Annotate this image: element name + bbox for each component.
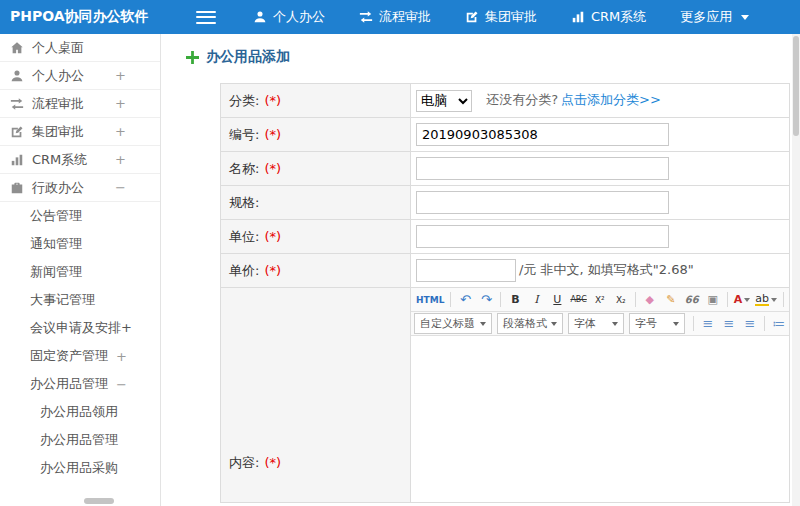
supplies-add-form: 分类:(*) 电脑 还没有分类?点击添加分类>> 编号:(*) 名称:(*) [220, 83, 790, 503]
add-category-link[interactable]: 点击添加分类>> [561, 92, 661, 107]
name-input[interactable] [416, 157, 669, 180]
sidebar-item-crm-system[interactable]: CRM系统 + [0, 146, 160, 174]
category-label: 分类: [229, 93, 259, 108]
font-size-dropdown[interactable]: 字号 [629, 313, 685, 334]
toolbar-separator [635, 292, 636, 307]
font-color-button[interactable]: A [732, 290, 753, 310]
ordered-list-button[interactable]: ≔ [769, 314, 789, 334]
blockquote-button[interactable]: 66 [682, 290, 702, 310]
align-center-button[interactable]: ≡ [719, 314, 739, 334]
price-input[interactable] [416, 259, 516, 282]
expand-icon[interactable]: + [115, 96, 126, 111]
redo-button[interactable]: ↷ [476, 290, 496, 310]
nav-label: 更多应用 [680, 8, 732, 26]
sidebar-item-group-approval[interactable]: 集团审批 + [0, 118, 160, 146]
caret-down-icon [744, 298, 750, 302]
collapse-icon[interactable]: − [116, 377, 127, 392]
bold-button[interactable]: B [505, 290, 525, 310]
price-value-cell: /元 非中文, 如填写格式"2.68" [411, 254, 790, 288]
heading-style-dropdown[interactable]: 自定义标题 [414, 313, 492, 334]
expand-icon[interactable]: + [115, 68, 126, 83]
number-input[interactable] [416, 123, 669, 146]
name-label: 名称: [229, 161, 259, 176]
editor-content-area[interactable] [411, 336, 789, 502]
toolbar-separator [693, 316, 694, 331]
sidebar-item-label: 流程审批 [32, 95, 84, 113]
page-title-text: 办公用品添加 [206, 48, 290, 66]
sidebar-item-announcement-mgmt[interactable]: 公告管理 [0, 202, 160, 230]
form-row-name: 名称:(*) [221, 152, 790, 186]
nav-more-apps[interactable]: 更多应用 [663, 0, 766, 34]
strikethrough-button[interactable]: ABC [568, 290, 588, 310]
spec-label-cell: 规格: [221, 186, 411, 220]
font-family-dropdown[interactable]: 字体 [568, 313, 624, 334]
office-icon [10, 181, 24, 195]
number-label-cell: 编号:(*) [221, 118, 411, 152]
sidebar-item-label: 集团审批 [32, 123, 84, 141]
html-source-button[interactable]: HTML [414, 290, 446, 310]
subscript-button[interactable]: X₂ [611, 290, 631, 310]
expand-icon[interactable]: + [115, 152, 126, 167]
insert-image-button[interactable]: ▣ [703, 290, 723, 310]
sidebar-item-office-supplies-mgmt[interactable]: 办公用品管理 − [0, 370, 160, 398]
content-label: 内容: [229, 455, 259, 470]
sidebar-item-supplies-management[interactable]: 办公用品管理 [0, 426, 160, 454]
collapse-icon[interactable]: − [115, 180, 126, 195]
form-row-spec: 规格: [221, 186, 790, 220]
sidebar-item-news-mgmt[interactable]: 新闻管理 [0, 258, 160, 286]
category-value-cell: 电脑 还没有分类?点击添加分类>> [411, 84, 790, 118]
italic-button[interactable]: I [526, 290, 546, 310]
sidebar-item-label: 大事记管理 [30, 291, 95, 309]
category-select[interactable]: 电脑 [416, 90, 472, 112]
sidebar-item-label: 行政办公 [32, 179, 84, 197]
ordered-list-icon: ≔ [773, 316, 786, 331]
sidebar-item-events-mgmt[interactable]: 大事记管理 [0, 286, 160, 314]
chart-icon [10, 153, 24, 167]
page-title: 办公用品添加 [186, 48, 792, 66]
hamburger-icon[interactable] [196, 11, 216, 24]
paragraph-format-dropdown[interactable]: 段落格式 [497, 313, 563, 334]
undo-button[interactable]: ↶ [455, 290, 475, 310]
sidebar-item-admin-office[interactable]: 行政办公 − [0, 174, 160, 202]
desktop-icon [10, 41, 24, 55]
nav-group-approval[interactable]: 集团审批 [448, 0, 554, 34]
expand-icon[interactable]: + [116, 349, 127, 364]
unit-input[interactable] [416, 225, 669, 248]
sidebar-hscrollbar-thumb[interactable] [84, 498, 114, 504]
sidebar-item-process-approval[interactable]: 流程审批 + [0, 90, 160, 118]
sidebar-item-supplies-purchase[interactable]: 办公用品采购 [0, 454, 160, 482]
expand-icon[interactable]: + [115, 124, 126, 139]
sidebar-item-personal-office[interactable]: 个人办公 + [0, 62, 160, 90]
sidebar-item-personal-desktop[interactable]: 个人桌面 [0, 34, 160, 62]
sidebar-item-label: CRM系统 [32, 151, 87, 169]
flow-icon [359, 10, 373, 24]
align-right-button[interactable]: ≡ [740, 314, 760, 334]
vertical-scrollbar-thumb[interactable] [793, 36, 799, 136]
nav-crm-system[interactable]: CRM系统 [554, 0, 663, 34]
spec-input[interactable] [416, 191, 669, 214]
nav-personal-office[interactable]: 个人办公 [236, 0, 342, 34]
highlight-color-button[interactable]: ab [753, 290, 779, 310]
name-value-cell [411, 152, 790, 186]
align-left-button[interactable]: ≡ [698, 314, 718, 334]
sidebar-item-label: 固定资产管理 [30, 347, 108, 365]
dropdown-label: 字体 [574, 316, 596, 331]
app-logo[interactable]: PHPOA协同办公软件 [0, 8, 162, 26]
nav-process-approval[interactable]: 流程审批 [342, 0, 448, 34]
remove-format-button[interactable]: ◆ [640, 290, 660, 310]
sidebar-item-meeting-apply[interactable]: 会议申请及安排+ [0, 314, 160, 342]
underline-button[interactable]: U [547, 290, 567, 310]
vertical-scrollbar[interactable] [792, 34, 800, 506]
sidebar-item-supplies-requisition[interactable]: 办公用品领用 [0, 398, 160, 426]
format-brush-button[interactable]: ✎ [661, 290, 681, 310]
sidebar-item-label: 通知管理 [30, 235, 82, 253]
price-label-cell: 单价:(*) [221, 254, 411, 288]
sidebar-item-label: 个人办公 [32, 67, 84, 85]
superscript-button[interactable]: X² [590, 290, 610, 310]
align-center-icon: ≡ [724, 316, 735, 331]
user-icon [10, 69, 24, 83]
sidebar-item-fixed-assets-mgmt[interactable]: 固定资产管理 + [0, 342, 160, 370]
required-mark: (*) [264, 161, 281, 176]
sidebar-item-notice-mgmt[interactable]: 通知管理 [0, 230, 160, 258]
caret-down-icon [673, 322, 679, 326]
